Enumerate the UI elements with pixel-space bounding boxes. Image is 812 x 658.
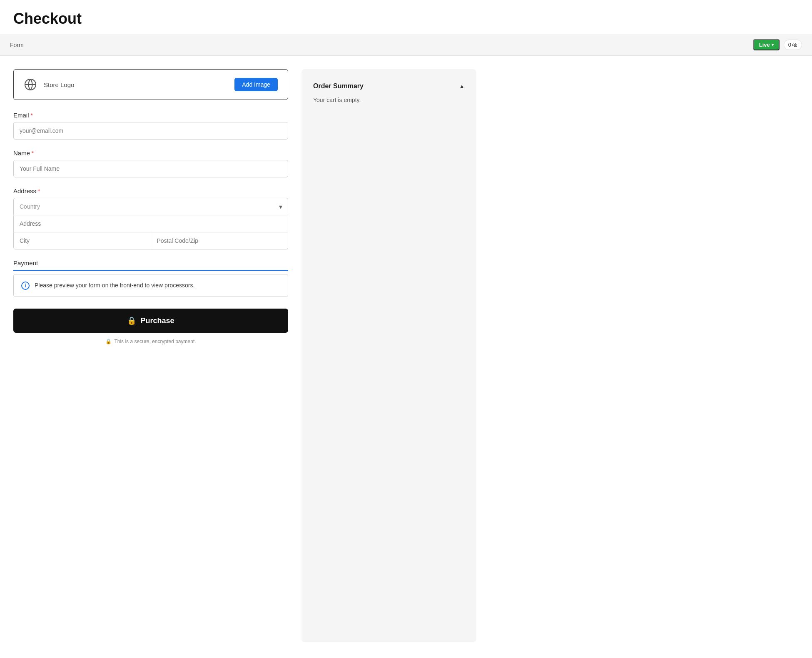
main-content: Store Logo Add Image Email * Name * Addr… [0,56,812,656]
postal-input[interactable] [151,232,289,249]
cart-icon-wrapper[interactable]: 0 🛍 [784,40,802,50]
info-icon: i [21,282,30,290]
country-select[interactable]: Country [13,198,288,215]
order-summary-header: Order Summary ▲ [313,82,465,90]
store-logo-text: Store Logo [44,81,228,88]
email-label: Email * [13,112,288,119]
page-title: Checkout [13,10,799,27]
address-required-star: * [38,188,40,194]
form-section: Store Logo Add Image Email * Name * Addr… [13,69,288,642]
toolbar-right: Live ▾ 0 🛍 [753,39,802,50]
name-label: Name * [13,150,288,157]
order-summary-section: Order Summary ▲ Your cart is empty. [301,69,476,642]
name-required-star: * [32,150,34,157]
email-required-star: * [31,112,33,119]
order-summary-chevron-icon[interactable]: ▲ [459,83,465,90]
order-summary-title: Order Summary [313,82,364,90]
payment-label: Payment [13,259,288,271]
secure-badge: 🔒 This is a secure, encrypted payment. [13,339,288,344]
cart-count: 0 [788,42,791,48]
purchase-label: Purchase [140,317,174,325]
address-field-group: Address * Country ▾ [13,187,288,249]
cart-icon: 🛍 [792,42,797,48]
toolbar: Form Live ▾ 0 🛍 [0,34,812,56]
payment-notice-text: Please preview your form on the front-en… [35,281,194,290]
email-field-group: Email * [13,112,288,140]
secure-lock-icon: 🔒 [105,339,112,344]
page-header: Checkout [0,0,812,34]
lock-icon: 🔒 [127,316,136,325]
name-field-group: Name * [13,150,288,177]
live-button[interactable]: Live ▾ [753,39,780,50]
country-select-wrapper: Country ▾ [13,198,288,215]
purchase-button[interactable]: 🔒 Purchase [13,309,288,333]
live-label: Live [759,42,770,48]
chevron-down-icon: ▾ [772,42,774,47]
email-input[interactable] [13,122,288,140]
payment-section: Payment i Please preview your form on th… [13,259,288,297]
address-label: Address * [13,187,288,194]
name-input[interactable] [13,160,288,177]
address-row [13,232,288,249]
payment-notice: i Please preview your form on the front-… [13,274,288,297]
store-logo-card: Store Logo Add Image [13,69,288,100]
city-input[interactable] [13,232,151,249]
address-street-input[interactable] [13,215,288,232]
cart-empty-text: Your cart is empty. [313,97,465,103]
add-image-button[interactable]: Add Image [234,78,278,91]
secure-text: This is a secure, encrypted payment. [114,339,196,344]
toolbar-form-label: Form [10,42,24,48]
store-logo-icon [24,78,37,91]
